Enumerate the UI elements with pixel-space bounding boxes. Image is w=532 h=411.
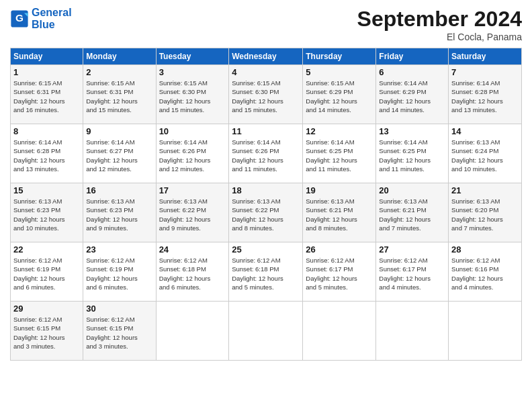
- day-info: Sunrise: 6:12 AM Sunset: 6:18 PM Dayligh…: [232, 256, 300, 291]
- table-row: 4Sunrise: 6:15 AM Sunset: 6:30 PM Daylig…: [229, 65, 303, 124]
- location: El Cocla, Panama: [357, 32, 522, 42]
- table-row: 15Sunrise: 6:13 AM Sunset: 6:23 PM Dayli…: [11, 183, 83, 242]
- table-row: [376, 302, 449, 361]
- calendar-page: G General Blue September 2024 El Cocla, …: [0, 0, 532, 411]
- table-row: 9Sunrise: 6:14 AM Sunset: 6:27 PM Daylig…: [83, 124, 156, 183]
- col-friday: Friday: [376, 48, 449, 65]
- day-number: 3: [159, 67, 226, 77]
- day-number: 1: [13, 67, 80, 77]
- day-info: Sunrise: 6:14 AM Sunset: 6:26 PM Dayligh…: [159, 138, 226, 173]
- day-number: 24: [159, 244, 226, 255]
- table-row: [156, 302, 229, 361]
- month-title: September 2024: [357, 7, 522, 32]
- day-info: Sunrise: 6:14 AM Sunset: 6:28 PM Dayligh…: [451, 79, 519, 114]
- table-row: 25Sunrise: 6:12 AM Sunset: 6:18 PM Dayli…: [229, 242, 303, 302]
- day-info: Sunrise: 6:15 AM Sunset: 6:29 PM Dayligh…: [306, 79, 373, 114]
- day-number: 28: [451, 244, 519, 255]
- title-block: September 2024 El Cocla, Panama: [357, 7, 522, 42]
- table-row: [303, 302, 376, 361]
- day-info: Sunrise: 6:13 AM Sunset: 6:23 PM Dayligh…: [86, 197, 152, 232]
- table-row: 23Sunrise: 6:12 AM Sunset: 6:19 PM Dayli…: [83, 242, 156, 302]
- calendar-row: 8Sunrise: 6:14 AM Sunset: 6:28 PM Daylig…: [11, 124, 522, 183]
- table-row: 20Sunrise: 6:13 AM Sunset: 6:21 PM Dayli…: [376, 183, 449, 242]
- table-row: 30Sunrise: 6:12 AM Sunset: 6:15 PM Dayli…: [83, 302, 156, 361]
- table-row: 11Sunrise: 6:14 AM Sunset: 6:26 PM Dayli…: [229, 124, 303, 183]
- day-number: 23: [86, 244, 152, 255]
- col-sunday: Sunday: [11, 48, 83, 65]
- table-row: 13Sunrise: 6:14 AM Sunset: 6:25 PM Dayli…: [376, 124, 449, 183]
- day-info: Sunrise: 6:13 AM Sunset: 6:22 PM Dayligh…: [232, 197, 300, 232]
- logo-general: General: [32, 7, 72, 19]
- day-info: Sunrise: 6:15 AM Sunset: 6:31 PM Dayligh…: [86, 79, 152, 114]
- column-headers: Sunday Monday Tuesday Wednesday Thursday…: [11, 48, 522, 65]
- table-row: 8Sunrise: 6:14 AM Sunset: 6:28 PM Daylig…: [11, 124, 83, 183]
- day-number: 15: [13, 185, 80, 195]
- day-info: Sunrise: 6:13 AM Sunset: 6:23 PM Dayligh…: [13, 197, 80, 232]
- table-row: 12Sunrise: 6:14 AM Sunset: 6:25 PM Dayli…: [303, 124, 376, 183]
- day-info: Sunrise: 6:12 AM Sunset: 6:15 PM Dayligh…: [86, 315, 152, 351]
- table-row: 2Sunrise: 6:15 AM Sunset: 6:31 PM Daylig…: [83, 65, 156, 124]
- table-row: 28Sunrise: 6:12 AM Sunset: 6:16 PM Dayli…: [449, 242, 522, 302]
- table-row: [229, 302, 303, 361]
- day-number: 11: [232, 126, 300, 136]
- calendar-table: Sunday Monday Tuesday Wednesday Thursday…: [10, 48, 522, 361]
- day-number: 8: [13, 126, 80, 136]
- table-row: 18Sunrise: 6:13 AM Sunset: 6:22 PM Dayli…: [229, 183, 303, 242]
- logo-icon: G: [10, 9, 29, 28]
- day-number: 6: [379, 67, 445, 77]
- day-number: 19: [306, 185, 373, 195]
- day-number: 16: [86, 185, 152, 195]
- logo: G General Blue: [10, 7, 72, 30]
- col-monday: Monday: [83, 48, 156, 65]
- day-number: 20: [379, 185, 445, 195]
- table-row: 3Sunrise: 6:15 AM Sunset: 6:30 PM Daylig…: [156, 65, 229, 124]
- day-info: Sunrise: 6:14 AM Sunset: 6:29 PM Dayligh…: [379, 79, 445, 114]
- day-number: 27: [379, 244, 445, 255]
- day-info: Sunrise: 6:12 AM Sunset: 6:15 PM Dayligh…: [13, 315, 80, 351]
- day-info: Sunrise: 6:15 AM Sunset: 6:30 PM Dayligh…: [159, 79, 226, 114]
- day-number: 9: [86, 126, 152, 136]
- col-wednesday: Wednesday: [229, 48, 303, 65]
- day-info: Sunrise: 6:13 AM Sunset: 6:24 PM Dayligh…: [451, 138, 519, 173]
- day-info: Sunrise: 6:14 AM Sunset: 6:28 PM Dayligh…: [13, 138, 80, 173]
- day-info: Sunrise: 6:14 AM Sunset: 6:27 PM Dayligh…: [86, 138, 152, 173]
- day-info: Sunrise: 6:14 AM Sunset: 6:25 PM Dayligh…: [306, 138, 373, 173]
- day-number: 4: [232, 67, 300, 77]
- day-info: Sunrise: 6:13 AM Sunset: 6:21 PM Dayligh…: [306, 197, 373, 232]
- day-number: 17: [159, 185, 226, 195]
- day-number: 5: [306, 67, 373, 77]
- day-number: 13: [379, 126, 445, 136]
- calendar-row: 29Sunrise: 6:12 AM Sunset: 6:15 PM Dayli…: [11, 302, 522, 361]
- day-info: Sunrise: 6:14 AM Sunset: 6:26 PM Dayligh…: [232, 138, 300, 173]
- day-info: Sunrise: 6:12 AM Sunset: 6:18 PM Dayligh…: [159, 256, 226, 291]
- table-row: 17Sunrise: 6:13 AM Sunset: 6:22 PM Dayli…: [156, 183, 229, 242]
- calendar-row: 1Sunrise: 6:15 AM Sunset: 6:31 PM Daylig…: [11, 65, 522, 124]
- day-number: 29: [13, 304, 80, 314]
- table-row: 22Sunrise: 6:12 AM Sunset: 6:19 PM Dayli…: [11, 242, 83, 302]
- table-row: 27Sunrise: 6:12 AM Sunset: 6:17 PM Dayli…: [376, 242, 449, 302]
- table-row: 1Sunrise: 6:15 AM Sunset: 6:31 PM Daylig…: [11, 65, 83, 124]
- table-row: 5Sunrise: 6:15 AM Sunset: 6:29 PM Daylig…: [303, 65, 376, 124]
- day-info: Sunrise: 6:14 AM Sunset: 6:25 PM Dayligh…: [379, 138, 445, 173]
- day-info: Sunrise: 6:15 AM Sunset: 6:31 PM Dayligh…: [13, 79, 80, 114]
- day-info: Sunrise: 6:12 AM Sunset: 6:17 PM Dayligh…: [306, 256, 373, 291]
- day-info: Sunrise: 6:12 AM Sunset: 6:19 PM Dayligh…: [13, 256, 80, 291]
- table-row: 6Sunrise: 6:14 AM Sunset: 6:29 PM Daylig…: [376, 65, 449, 124]
- day-number: 21: [451, 185, 519, 195]
- header: G General Blue September 2024 El Cocla, …: [10, 7, 522, 42]
- day-number: 7: [451, 67, 519, 77]
- table-row: 26Sunrise: 6:12 AM Sunset: 6:17 PM Dayli…: [303, 242, 376, 302]
- day-info: Sunrise: 6:13 AM Sunset: 6:21 PM Dayligh…: [379, 197, 445, 232]
- day-number: 14: [451, 126, 519, 136]
- day-number: 26: [306, 244, 373, 255]
- day-number: 10: [159, 126, 226, 136]
- table-row: 16Sunrise: 6:13 AM Sunset: 6:23 PM Dayli…: [83, 183, 156, 242]
- calendar-row: 15Sunrise: 6:13 AM Sunset: 6:23 PM Dayli…: [11, 183, 522, 242]
- svg-text:G: G: [15, 12, 24, 24]
- table-row: 14Sunrise: 6:13 AM Sunset: 6:24 PM Dayli…: [449, 124, 522, 183]
- calendar-row: 22Sunrise: 6:12 AM Sunset: 6:19 PM Dayli…: [11, 242, 522, 302]
- day-info: Sunrise: 6:13 AM Sunset: 6:20 PM Dayligh…: [451, 197, 519, 232]
- day-info: Sunrise: 6:15 AM Sunset: 6:30 PM Dayligh…: [232, 79, 300, 114]
- col-thursday: Thursday: [303, 48, 376, 65]
- day-info: Sunrise: 6:12 AM Sunset: 6:16 PM Dayligh…: [451, 256, 519, 291]
